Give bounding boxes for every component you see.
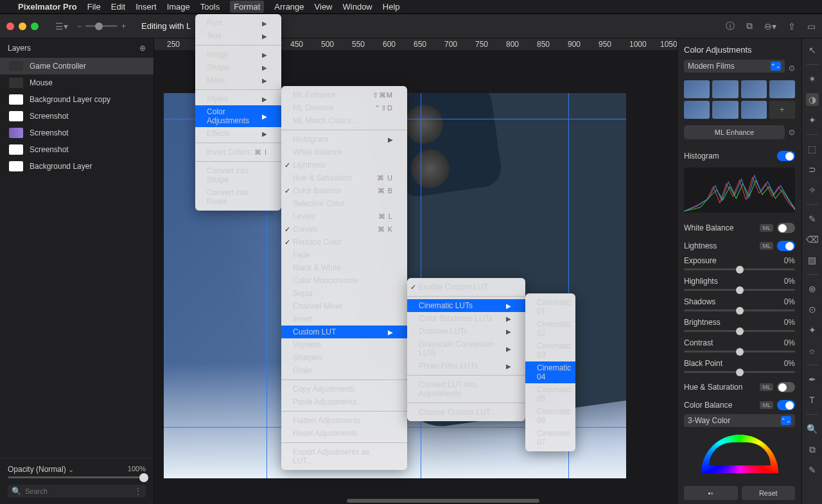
layer-search[interactable]: 🔍 ⋮ — [8, 485, 146, 498]
sidebar-icon[interactable]: ☰▾ — [55, 21, 68, 31]
menu-item[interactable]: Cinematic LUTs▶ — [407, 299, 525, 312]
menu-item[interactable]: Effects▶ — [195, 127, 281, 140]
menu-item[interactable]: Convert into Pixels — [195, 186, 281, 208]
menu-item[interactable]: Export Adjustments as LUT… — [281, 446, 407, 467]
custom-lut-submenu[interactable]: Enable Custom LUTCinematic LUTs▶Color Bl… — [407, 278, 525, 421]
zoom-tool-icon[interactable]: 🔍 — [806, 422, 819, 435]
menu-item[interactable]: Copy Adjustments — [281, 383, 407, 395]
menu-edit[interactable]: Edit — [111, 2, 125, 12]
menu-item[interactable]: Text▶ — [195, 30, 281, 42]
menu-item[interactable]: Sepia — [281, 287, 407, 300]
zoom-slider[interactable]: − + — [77, 22, 126, 31]
menu-item[interactable]: Cinematic 07 — [525, 427, 575, 449]
menu-item[interactable]: Duotone LUTs▶ — [407, 325, 525, 338]
magic-wand-icon[interactable]: ✧ — [806, 184, 819, 196]
minimize-icon[interactable] — [19, 22, 26, 30]
format-menu[interactable]: Font▶Text▶Image▶Shape▶Mask▶Styles▶Color … — [195, 14, 281, 211]
menu-format[interactable]: Format — [230, 1, 264, 13]
close-icon[interactable] — [6, 22, 14, 30]
filter-icon[interactable]: ⋮ — [134, 487, 142, 496]
menu-item[interactable]: ML Match Colors… — [281, 114, 407, 127]
menu-item[interactable]: Invert Colors⌘ I — [195, 146, 281, 159]
app-name[interactable]: Pixelmator Pro — [18, 2, 77, 12]
menu-item[interactable]: Grayscale Conversion LUTs▶ — [407, 338, 525, 360]
layer-row[interactable]: Game Controller — [0, 58, 153, 74]
menu-item[interactable]: ML Enhance⇧⌘M — [281, 89, 407, 101]
clone-tool-icon[interactable]: ⊙ — [806, 303, 819, 316]
menu-item[interactable]: Hue & Saturation⌘ U — [281, 171, 407, 184]
opacity-label[interactable]: Opacity (Normal) ⌄ — [8, 465, 74, 474]
brush-tool-icon[interactable]: ✎ — [806, 213, 819, 225]
preset-swatch[interactable] — [684, 80, 710, 98]
options-icon[interactable]: ⊙ — [789, 128, 795, 137]
menu-item[interactable]: Replace Color — [281, 236, 407, 248]
horizontal-scrollbar[interactable] — [347, 499, 539, 503]
layer-row[interactable]: Mouse — [0, 74, 153, 91]
menu-item[interactable]: Cinematic 01 — [525, 296, 575, 318]
eraser-tool-icon[interactable]: ⌫ — [806, 233, 819, 246]
panels-icon[interactable]: ▭ — [807, 21, 816, 31]
adj-slider[interactable] — [684, 371, 795, 373]
ml-enhance-button[interactable]: ML Enhance — [684, 125, 785, 139]
menu-item[interactable]: ML Denoise⌃⇧D — [281, 101, 407, 114]
color-adjustments-submenu[interactable]: ML Enhance⇧⌘MML Denoise⌃⇧DML Match Color… — [281, 86, 407, 470]
menu-item[interactable]: Channel Mixer — [281, 300, 407, 313]
menu-item[interactable]: Reset Adjustments — [281, 427, 407, 440]
menu-view[interactable]: View — [315, 2, 333, 12]
menu-item[interactable]: Fade — [281, 248, 407, 261]
add-preset-button[interactable]: + — [769, 101, 795, 119]
color-balance-toggle[interactable] — [777, 400, 795, 410]
preset-swatch[interactable] — [741, 101, 767, 119]
color-adjust-tool-icon[interactable]: ◑ — [806, 93, 819, 106]
menu-item[interactable]: Photo Filter LUTs▶ — [407, 360, 525, 372]
menu-item[interactable]: Cinematic 06 — [525, 405, 575, 427]
menu-item[interactable]: Convert LUT into Adjustments — [407, 378, 525, 400]
menu-item[interactable]: Lightness — [281, 159, 407, 171]
menu-file[interactable]: File — [87, 2, 101, 12]
menu-item[interactable]: Levels⌘ L — [281, 210, 407, 223]
menu-tools[interactable]: Tools — [200, 2, 220, 12]
histogram-toggle[interactable] — [777, 151, 795, 161]
menu-item[interactable]: Color Adjustments▶ — [195, 105, 281, 127]
cinematic-luts-submenu[interactable]: Cinematic 01Cinematic 02Cinematic 03Cine… — [525, 293, 575, 451]
menu-item[interactable]: Grain — [281, 364, 407, 377]
menu-item[interactable]: Custom LUT▶ — [281, 326, 407, 338]
menu-item[interactable]: Image▶ — [195, 48, 281, 61]
menu-help[interactable]: Help — [383, 2, 400, 12]
preset-swatch[interactable] — [684, 101, 710, 119]
preset-swatch[interactable] — [712, 80, 738, 98]
pen-tool-icon[interactable]: ✒ — [806, 373, 819, 386]
menu-item[interactable]: Curves⌘ K — [281, 223, 407, 236]
lightness-toggle[interactable] — [777, 241, 795, 251]
search-input[interactable] — [25, 487, 130, 495]
style-tool-icon[interactable]: ✶ — [806, 73, 819, 85]
color-icon[interactable]: ⊖▾ — [764, 21, 776, 31]
menu-insert[interactable]: Insert — [136, 2, 157, 12]
hue-saturation-toggle[interactable] — [777, 382, 795, 392]
menu-item[interactable]: Cinematic 04 — [525, 361, 575, 383]
menu-item[interactable]: Black & White — [281, 261, 407, 274]
menu-item[interactable]: Font▶ — [195, 17, 281, 30]
menu-item[interactable]: Mask▶ — [195, 74, 281, 87]
white-balance-toggle[interactable] — [777, 223, 795, 233]
menu-item[interactable]: Cinematic 05 — [525, 383, 575, 405]
layer-row[interactable]: Screenshot — [0, 141, 153, 158]
menu-item[interactable]: Flatten Adjustments — [281, 414, 407, 427]
replace-icon[interactable]: ⧉ — [746, 21, 753, 31]
menu-item[interactable]: Cinematic 03 — [525, 340, 575, 361]
marquee-tool-icon[interactable]: ⬚ — [806, 143, 819, 155]
lasso-tool-icon[interactable]: ⊃ — [806, 163, 819, 176]
three-way-select[interactable]: 3-Way Color ⌃⌄ — [684, 414, 795, 427]
menu-item[interactable]: Invert — [281, 313, 407, 326]
layer-row[interactable]: Background Layer — [0, 158, 153, 175]
menu-item[interactable]: Selective Color — [281, 197, 407, 210]
preset-select[interactable]: Modern Films ⌃⌄ — [684, 60, 785, 73]
crop-tool-icon[interactable]: ⧉ — [806, 443, 819, 456]
fullscreen-icon[interactable] — [31, 22, 39, 30]
fill-tool-icon[interactable]: ▨ — [806, 254, 819, 266]
menu-arrange[interactable]: Arrange — [274, 2, 304, 12]
adj-slider[interactable] — [684, 268, 795, 270]
repair-tool-icon[interactable]: ⊛ — [806, 282, 819, 295]
layer-row[interactable]: Screenshot — [0, 108, 153, 125]
menu-item[interactable]: Color Balance⌘ B — [281, 184, 407, 197]
